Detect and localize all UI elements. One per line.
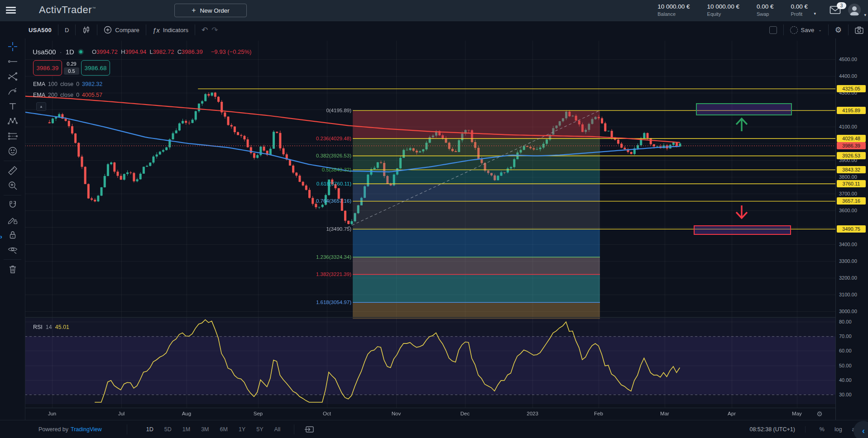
fib-tools-icon	[7, 71, 18, 82]
time-tick: Mar	[660, 411, 669, 416]
hide-drawings-icon	[7, 244, 18, 255]
stat-profit[interactable]: 0.00 €Profit▾	[791, 3, 816, 17]
time-axis[interactable]: ⚙ JunJulAugSepOctNovDec2023FebMarAprMay	[25, 408, 835, 420]
indicators-button[interactable]: ƒx Indicators	[146, 24, 195, 35]
camera-icon	[855, 26, 863, 34]
buy-button[interactable]: 3986.68	[81, 60, 110, 76]
rsi-tick: 80.00	[839, 319, 852, 324]
drawing-mode-lock-tool[interactable]	[5, 213, 20, 227]
zoom-in-tool[interactable]	[5, 179, 20, 192]
range-5y-button[interactable]: 5Y	[251, 426, 269, 433]
time-axis-settings-icon[interactable]: ⚙	[817, 410, 823, 418]
chart-style-button[interactable]	[76, 24, 97, 35]
chart-settings-button[interactable]: ⚙	[829, 24, 848, 35]
symbol-search-button[interactable]: USA500	[25, 24, 58, 35]
chart-toolbar: USA500 D Compare ƒx Indicators ↶ ↷ Save …	[25, 21, 868, 38]
ruler-tool[interactable]	[5, 164, 20, 177]
emoji-tool[interactable]	[5, 144, 20, 158]
range-6m-button[interactable]: 6M	[215, 426, 233, 433]
new-order-button[interactable]: + New Order	[174, 4, 247, 17]
undo-button[interactable]: ↶	[195, 24, 210, 35]
rsi-tick: 40.00	[839, 377, 852, 383]
person-icon	[848, 4, 861, 16]
legend-collapse-button[interactable]: ▲	[36, 102, 46, 111]
level-price-tag: 3926.53	[837, 152, 866, 159]
ohlc-values: O3994.72H3994.94L3982.72C3986.39	[92, 48, 203, 55]
range-5d-button[interactable]: 5D	[159, 426, 177, 433]
ema100-legend[interactable]: EMA100 close0 3982.32	[33, 81, 102, 87]
last-price-tag: 3986.39	[837, 142, 866, 149]
fib-level-label: 0.236(4029.48)	[316, 136, 351, 141]
change-value: −9.93 (−0.25%)	[211, 48, 252, 55]
sell-button[interactable]: 3986.39	[33, 60, 62, 76]
range-3m-button[interactable]: 3M	[196, 426, 214, 433]
price-tick: 3700.00	[839, 191, 857, 196]
price-axis[interactable]: 4500.004400.004300.004100.003900.003800.…	[835, 38, 868, 420]
rsi-tick: 30.00	[839, 392, 852, 397]
compare-button[interactable]: Compare	[97, 24, 145, 35]
interval-button[interactable]: D	[58, 24, 75, 35]
drawing-toolbar	[0, 38, 25, 420]
rsi-tick: 50.00	[839, 363, 852, 368]
remove-drawings-icon	[7, 264, 18, 275]
brush-tool[interactable]	[5, 85, 20, 98]
spread-value: 0.29	[62, 61, 81, 67]
date-range-switcher: 1D5D1M3M6M1Y5YAll	[127, 424, 286, 434]
go-to-date-button[interactable]	[294, 424, 314, 434]
menu-icon[interactable]	[6, 7, 16, 14]
magnet-tool[interactable]	[5, 198, 20, 212]
save-layout-button[interactable]: Save ⌄	[784, 24, 828, 35]
arrow-down-annotation[interactable]	[734, 205, 750, 220]
range-1y-button[interactable]: 1Y	[233, 426, 251, 433]
notifications-button[interactable]: 3	[830, 5, 843, 16]
cloud-icon	[790, 26, 798, 34]
notification-badge: 3	[837, 2, 846, 9]
time-tick: Sep	[254, 411, 263, 416]
stat-swap: 0.00 €Swap	[757, 3, 774, 17]
target-zone-box[interactable]	[696, 103, 792, 115]
user-avatar[interactable]	[848, 4, 861, 16]
arrow-up-annotation[interactable]	[734, 117, 750, 132]
xabcd-pattern-tool[interactable]	[5, 114, 20, 128]
chevron-down-icon[interactable]: ▾	[814, 11, 816, 16]
percent-scale-button[interactable]: %	[815, 426, 830, 433]
time-tick: Feb	[594, 411, 603, 416]
chevron-down-icon[interactable]: ▾	[864, 13, 866, 17]
ema200-legend[interactable]: EMA200 close0 4005.57	[33, 92, 102, 98]
time-tick: Oct	[323, 411, 331, 416]
fib-tools-tool[interactable]	[5, 70, 20, 83]
legend-interval[interactable]: 1D	[66, 48, 74, 56]
text-tool[interactable]	[5, 100, 20, 113]
legend-symbol[interactable]: Usa500	[33, 48, 56, 56]
range-1m-button[interactable]: 1M	[177, 426, 196, 433]
redo-button[interactable]: ↷	[210, 24, 224, 35]
hide-drawings-tool[interactable]	[5, 243, 20, 257]
lock-all-drawings-tool[interactable]	[5, 228, 20, 242]
trend-line-tool[interactable]	[5, 55, 20, 68]
emoji-icon	[7, 146, 18, 157]
forecast-tool[interactable]	[5, 129, 20, 143]
fx-icon: ƒx	[153, 26, 160, 34]
clock[interactable]: 08:52:38 (UTC+1)	[749, 426, 805, 433]
price-tick: 4100.00	[839, 124, 857, 129]
crosshair-tool[interactable]	[5, 40, 20, 53]
multichart-checkbox[interactable]	[763, 24, 783, 35]
tradingview-link[interactable]: TradingView	[71, 426, 102, 433]
rsi-legend[interactable]: RSI14 45.01	[33, 324, 69, 330]
range-1d-button[interactable]: 1D	[141, 426, 159, 433]
fib-level-label: 1.618(3054.97)	[316, 300, 351, 305]
fib-level-label: 0.5(3843.32)	[322, 167, 351, 172]
log-scale-button[interactable]: log	[830, 426, 847, 433]
magnet-icon	[7, 200, 18, 210]
app-logo: ActivTrader™	[39, 4, 96, 16]
remove-drawings-tool[interactable]	[5, 262, 20, 276]
stop-zone-box[interactable]	[694, 225, 791, 235]
level-price-tag: 3657.16	[837, 197, 866, 205]
range-all-button[interactable]: All	[269, 426, 286, 433]
compare-plus-icon	[104, 26, 112, 34]
snapshot-button[interactable]	[849, 24, 868, 35]
market-status-dot[interactable]	[78, 49, 84, 55]
time-tick: Aug	[182, 411, 191, 416]
rsi-tick: 60.00	[839, 348, 852, 353]
side-panel-expander[interactable]: ›	[0, 233, 2, 240]
